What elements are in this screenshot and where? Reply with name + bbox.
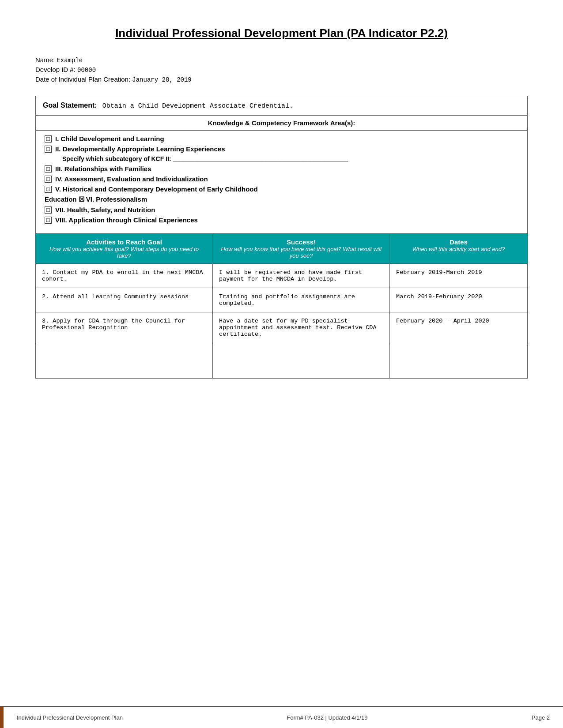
data-row-3: 3. Apply for CDA through the Council for… xyxy=(36,312,528,343)
meta-develop-line: Develop ID #: 00000 xyxy=(35,66,528,74)
kcf-label-II: II. Developmentally Appropriate Learning… xyxy=(55,145,225,153)
activity-2: 2. Attend all Learning Community session… xyxy=(36,288,213,312)
footer-right: Page 2 xyxy=(532,714,550,721)
kcf-label-VIII: VIII. Application through Clinical Exper… xyxy=(55,216,198,224)
name-value: Example xyxy=(57,57,83,64)
activity-3: 3. Apply for CDA through the Council for… xyxy=(36,312,213,343)
date-label: Date of Individual Plan Creation: xyxy=(35,75,130,83)
dates-3: February 2020 – April 2020 xyxy=(390,312,528,343)
kcf-label-I: I. Child Development and Learning xyxy=(55,135,164,143)
kcf-item-VIII: □ VIII. Application through Clinical Exp… xyxy=(45,216,518,224)
name-label: Name: xyxy=(35,56,55,64)
activities-col-subtitle: How will you achieve this goal? What ste… xyxy=(42,246,206,259)
checkbox-IV[interactable]: □ xyxy=(45,176,52,183)
kcf-item-II: □ II. Developmentally Appropriate Learni… xyxy=(45,145,518,153)
page-title: Individual Professional Development Plan… xyxy=(35,26,528,40)
success-col-subtitle: How will you know that you have met this… xyxy=(219,246,383,259)
footer-accent xyxy=(0,706,4,728)
dates-col-title: Dates xyxy=(396,238,521,246)
kcf-header-row: Knowledge & Competency Framework Area(s)… xyxy=(36,116,528,131)
success-3: Have a date set for my PD specialist app… xyxy=(213,312,390,343)
kcf-item-VII: □ VII. Health, Safety, and Nutrition xyxy=(45,206,518,214)
activity-empty xyxy=(36,343,213,379)
page-container: Individual Professional Development Plan… xyxy=(0,0,563,728)
kcf-item-V: □ V. Historical and Contemporary Develop… xyxy=(45,185,518,193)
success-2: Training and portfolio assignments are c… xyxy=(213,288,390,312)
empty-row xyxy=(36,343,528,379)
activities-header-cell: Activities to Reach Goal How will you ac… xyxy=(36,234,213,264)
checkbox-VIII[interactable]: □ xyxy=(45,217,52,224)
success-header-cell: Success! How will you know that you have… xyxy=(213,234,390,264)
kcf-label-VI: Education ☒ VI. Professionalism xyxy=(45,195,147,203)
kcf-item-I: □ I. Child Development and Learning xyxy=(45,135,518,143)
kcf-label-VII: VII. Health, Safety, and Nutrition xyxy=(55,206,155,214)
develop-id-value: 00000 xyxy=(77,67,96,74)
goal-row: Goal Statement: Obtain a Child Developme… xyxy=(36,96,528,116)
date-value: January 28, 2019 xyxy=(132,76,191,83)
develop-id-label: Develop ID #: xyxy=(35,66,76,73)
kcf-header-cell: Knowledge & Competency Framework Area(s)… xyxy=(36,116,528,131)
meta-name-line: Name: Example xyxy=(35,56,528,64)
footer-left: Individual Professional Development Plan xyxy=(17,714,123,721)
activities-header-row: Activities to Reach Goal How will you ac… xyxy=(36,234,528,264)
dates-1: February 2019-March 2019 xyxy=(390,264,528,288)
checkbox-I[interactable]: □ xyxy=(45,135,52,143)
footer-center: Form# PA-032 | Updated 4/1/19 xyxy=(287,714,367,721)
meta-section: Name: Example Develop ID #: 00000 Date o… xyxy=(35,56,528,83)
dates-empty xyxy=(390,343,528,379)
checkbox-III[interactable]: □ xyxy=(45,165,52,173)
subcategory-line: Specify which subcategory of KCF II: ___… xyxy=(62,155,518,162)
meta-date-line: Date of Individual Plan Creation: Januar… xyxy=(35,75,528,83)
kcf-item-III: □ III. Relationships with Families xyxy=(45,165,518,173)
kcf-items-row: □ I. Child Development and Learning □ II… xyxy=(36,131,528,234)
goal-value: Obtain a Child Development Associate Cre… xyxy=(102,102,293,110)
kcf-label-V: V. Historical and Contemporary Developme… xyxy=(55,185,258,193)
data-row-2: 2. Attend all Learning Community session… xyxy=(36,288,528,312)
goal-label: Goal Statement: xyxy=(43,101,101,109)
success-col-title: Success! xyxy=(219,238,383,246)
dates-2: March 2019-February 2020 xyxy=(390,288,528,312)
kcf-label-IV: IV. Assessment, Evaluation and Individua… xyxy=(55,175,208,183)
dates-header-cell: Dates When will this activity start and … xyxy=(390,234,528,264)
data-row-1: 1. Contact my PDA to enroll in the next … xyxy=(36,264,528,288)
success-empty xyxy=(213,343,390,379)
main-table: Goal Statement: Obtain a Child Developme… xyxy=(35,96,528,379)
kcf-item-IV: □ IV. Assessment, Evaluation and Individ… xyxy=(45,175,518,183)
kcf-items-cell: □ I. Child Development and Learning □ II… xyxy=(36,131,528,234)
goal-cell: Goal Statement: Obtain a Child Developme… xyxy=(36,96,528,116)
activities-col-title: Activities to Reach Goal xyxy=(42,238,206,246)
checkbox-II[interactable]: □ xyxy=(45,146,52,153)
footer: Individual Professional Development Plan… xyxy=(0,706,563,728)
activity-1: 1. Contact my PDA to enroll in the next … xyxy=(36,264,213,288)
dates-col-subtitle: When will this activity start and end? xyxy=(396,246,521,252)
kcf-label-III: III. Relationships with Families xyxy=(55,165,151,173)
checkbox-V[interactable]: □ xyxy=(45,186,52,193)
success-1: I will be registered and have made first… xyxy=(213,264,390,288)
checkbox-VII[interactable]: □ xyxy=(45,206,52,214)
kcf-item-VI: Education ☒ VI. Professionalism xyxy=(45,195,518,203)
footer-content: Individual Professional Development Plan… xyxy=(4,714,563,721)
